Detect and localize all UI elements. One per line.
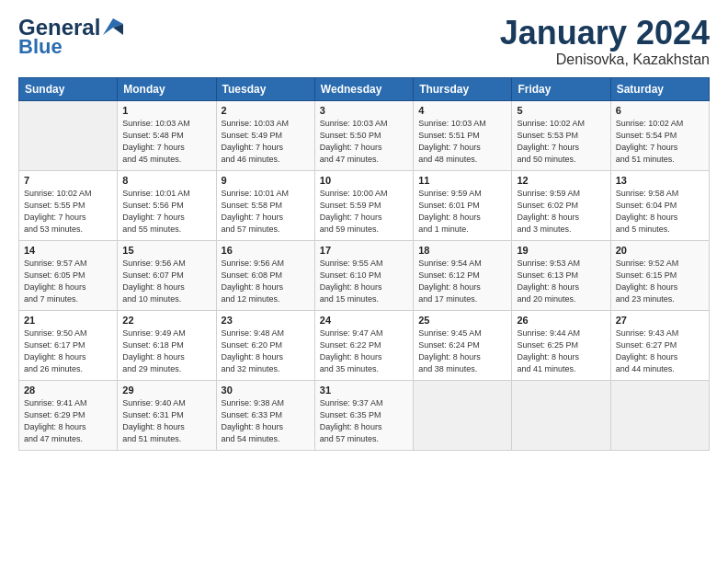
day-info: Sunrise: 10:03 AMSunset: 5:51 PMDaylight… bbox=[418, 118, 506, 166]
day-info: Sunrise: 10:02 AMSunset: 5:55 PMDaylight… bbox=[24, 188, 112, 236]
day-info: Sunrise: 9:44 AMSunset: 6:25 PMDaylight:… bbox=[517, 327, 605, 375]
day-info: Sunrise: 9:56 AMSunset: 6:07 PMDaylight:… bbox=[122, 258, 210, 305]
calendar-cell: 10Sunrise: 10:00 AMSunset: 5:59 PMDaylig… bbox=[314, 170, 413, 240]
day-info: Sunrise: 9:47 AMSunset: 6:22 PMDaylight:… bbox=[320, 327, 408, 375]
day-info: Sunrise: 9:49 AMSunset: 6:18 PMDaylight:… bbox=[122, 327, 210, 375]
calendar-cell: 24Sunrise: 9:47 AMSunset: 6:22 PMDayligh… bbox=[314, 310, 413, 380]
week-row-2: 7Sunrise: 10:02 AMSunset: 5:55 PMDayligh… bbox=[19, 170, 710, 240]
day-info: Sunrise: 10:00 AMSunset: 5:59 PMDaylight… bbox=[320, 188, 408, 236]
calendar-cell: 2Sunrise: 10:03 AMSunset: 5:49 PMDayligh… bbox=[216, 100, 314, 170]
calendar-cell: 4Sunrise: 10:03 AMSunset: 5:51 PMDayligh… bbox=[414, 100, 512, 170]
calendar-cell: 17Sunrise: 9:55 AMSunset: 6:10 PMDayligh… bbox=[314, 240, 413, 310]
day-number: 3 bbox=[320, 105, 408, 116]
logo: General Blue bbox=[18, 15, 123, 59]
day-number: 14 bbox=[24, 245, 112, 256]
calendar-cell: 12Sunrise: 9:59 AMSunset: 6:02 PMDayligh… bbox=[512, 170, 610, 240]
calendar-cell: 9Sunrise: 10:01 AMSunset: 5:58 PMDayligh… bbox=[216, 170, 314, 240]
day-number: 19 bbox=[517, 245, 605, 256]
day-number: 18 bbox=[418, 245, 506, 256]
calendar-cell: 19Sunrise: 9:53 AMSunset: 6:13 PMDayligh… bbox=[512, 240, 610, 310]
day-number: 6 bbox=[616, 105, 704, 116]
day-info: Sunrise: 9:58 AMSunset: 6:04 PMDaylight:… bbox=[616, 188, 704, 236]
day-number: 7 bbox=[24, 175, 112, 186]
calendar-cell: 14Sunrise: 9:57 AMSunset: 6:05 PMDayligh… bbox=[19, 240, 118, 310]
week-row-1: 1Sunrise: 10:03 AMSunset: 5:48 PMDayligh… bbox=[19, 100, 710, 170]
calendar-cell: 21Sunrise: 9:50 AMSunset: 6:17 PMDayligh… bbox=[19, 310, 118, 380]
calendar-cell: 15Sunrise: 9:56 AMSunset: 6:07 PMDayligh… bbox=[118, 240, 216, 310]
day-number: 23 bbox=[222, 315, 310, 326]
week-row-3: 14Sunrise: 9:57 AMSunset: 6:05 PMDayligh… bbox=[19, 240, 710, 310]
calendar-cell: 30Sunrise: 9:38 AMSunset: 6:33 PMDayligh… bbox=[216, 380, 314, 450]
calendar-cell: 16Sunrise: 9:56 AMSunset: 6:08 PMDayligh… bbox=[216, 240, 314, 310]
weekday-sunday: Sunday bbox=[19, 77, 118, 100]
day-number: 15 bbox=[122, 245, 210, 256]
day-number: 27 bbox=[616, 315, 704, 326]
day-info: Sunrise: 10:02 AMSunset: 5:54 PMDaylight… bbox=[616, 118, 704, 166]
day-info: Sunrise: 9:45 AMSunset: 6:24 PMDaylight:… bbox=[418, 327, 506, 375]
calendar-cell: 6Sunrise: 10:02 AMSunset: 5:54 PMDayligh… bbox=[610, 100, 709, 170]
calendar-cell: 31Sunrise: 9:37 AMSunset: 6:35 PMDayligh… bbox=[314, 380, 413, 450]
day-number: 20 bbox=[616, 245, 704, 256]
calendar-cell: 11Sunrise: 9:59 AMSunset: 6:01 PMDayligh… bbox=[414, 170, 512, 240]
day-number: 12 bbox=[517, 175, 605, 186]
logo-blue: Blue bbox=[18, 35, 63, 59]
day-number: 25 bbox=[418, 315, 506, 326]
day-number: 9 bbox=[222, 175, 310, 186]
day-info: Sunrise: 9:37 AMSunset: 6:35 PMDaylight:… bbox=[320, 397, 408, 445]
calendar-cell: 29Sunrise: 9:40 AMSunset: 6:31 PMDayligh… bbox=[118, 380, 216, 450]
calendar-cell: 7Sunrise: 10:02 AMSunset: 5:55 PMDayligh… bbox=[19, 170, 118, 240]
week-row-5: 28Sunrise: 9:41 AMSunset: 6:29 PMDayligh… bbox=[19, 380, 710, 450]
page: General Blue January 2024 Denisovka, Kaz… bbox=[0, 0, 728, 563]
location: Denisovka, Kazakhstan bbox=[500, 52, 710, 68]
weekday-header-row: SundayMondayTuesdayWednesdayThursdayFrid… bbox=[19, 77, 710, 100]
day-info: Sunrise: 9:43 AMSunset: 6:27 PMDaylight:… bbox=[616, 327, 704, 375]
calendar-cell: 5Sunrise: 10:02 AMSunset: 5:53 PMDayligh… bbox=[512, 100, 610, 170]
calendar-cell: 22Sunrise: 9:49 AMSunset: 6:18 PMDayligh… bbox=[118, 310, 216, 380]
calendar-cell: 18Sunrise: 9:54 AMSunset: 6:12 PMDayligh… bbox=[414, 240, 512, 310]
day-number: 22 bbox=[122, 315, 210, 326]
day-info: Sunrise: 9:54 AMSunset: 6:12 PMDaylight:… bbox=[418, 258, 506, 305]
day-number: 30 bbox=[222, 385, 310, 396]
calendar-cell: 3Sunrise: 10:03 AMSunset: 5:50 PMDayligh… bbox=[314, 100, 413, 170]
day-info: Sunrise: 9:53 AMSunset: 6:13 PMDaylight:… bbox=[517, 258, 605, 305]
calendar-cell bbox=[19, 100, 118, 170]
day-info: Sunrise: 10:03 AMSunset: 5:49 PMDaylight… bbox=[222, 118, 310, 166]
day-number: 1 bbox=[122, 105, 210, 116]
calendar-cell: 27Sunrise: 9:43 AMSunset: 6:27 PMDayligh… bbox=[610, 310, 709, 380]
month-title: January 2024 bbox=[500, 15, 710, 52]
logo-bird-icon bbox=[103, 18, 123, 35]
weekday-tuesday: Tuesday bbox=[216, 77, 314, 100]
weekday-wednesday: Wednesday bbox=[314, 77, 413, 100]
day-info: Sunrise: 10:02 AMSunset: 5:53 PMDaylight… bbox=[517, 118, 605, 166]
header: General Blue January 2024 Denisovka, Kaz… bbox=[18, 15, 710, 68]
day-number: 5 bbox=[517, 105, 605, 116]
day-number: 13 bbox=[616, 175, 704, 186]
day-info: Sunrise: 10:03 AMSunset: 5:50 PMDaylight… bbox=[320, 118, 408, 166]
day-info: Sunrise: 9:55 AMSunset: 6:10 PMDaylight:… bbox=[320, 258, 408, 305]
day-info: Sunrise: 9:38 AMSunset: 6:33 PMDaylight:… bbox=[222, 397, 310, 445]
calendar-cell: 1Sunrise: 10:03 AMSunset: 5:48 PMDayligh… bbox=[118, 100, 216, 170]
day-info: Sunrise: 10:03 AMSunset: 5:48 PMDaylight… bbox=[122, 118, 210, 166]
day-info: Sunrise: 9:57 AMSunset: 6:05 PMDaylight:… bbox=[24, 258, 112, 305]
day-number: 24 bbox=[320, 315, 408, 326]
calendar-table: SundayMondayTuesdayWednesdayThursdayFrid… bbox=[18, 77, 710, 451]
day-number: 4 bbox=[418, 105, 506, 116]
day-number: 8 bbox=[122, 175, 210, 186]
day-info: Sunrise: 9:59 AMSunset: 6:01 PMDaylight:… bbox=[418, 188, 506, 236]
day-info: Sunrise: 9:41 AMSunset: 6:29 PMDaylight:… bbox=[24, 397, 112, 445]
day-number: 21 bbox=[24, 315, 112, 326]
day-info: Sunrise: 9:56 AMSunset: 6:08 PMDaylight:… bbox=[222, 258, 310, 305]
day-info: Sunrise: 9:48 AMSunset: 6:20 PMDaylight:… bbox=[222, 327, 310, 375]
day-number: 31 bbox=[320, 385, 408, 396]
day-info: Sunrise: 9:52 AMSunset: 6:15 PMDaylight:… bbox=[616, 258, 704, 305]
weekday-monday: Monday bbox=[118, 77, 216, 100]
day-number: 2 bbox=[222, 105, 310, 116]
day-info: Sunrise: 10:01 AMSunset: 5:56 PMDaylight… bbox=[122, 188, 210, 236]
calendar-cell: 13Sunrise: 9:58 AMSunset: 6:04 PMDayligh… bbox=[610, 170, 709, 240]
day-number: 10 bbox=[320, 175, 408, 186]
day-number: 11 bbox=[418, 175, 506, 186]
weekday-friday: Friday bbox=[512, 77, 610, 100]
day-info: Sunrise: 10:01 AMSunset: 5:58 PMDaylight… bbox=[222, 188, 310, 236]
day-number: 16 bbox=[222, 245, 310, 256]
calendar-cell: 8Sunrise: 10:01 AMSunset: 5:56 PMDayligh… bbox=[118, 170, 216, 240]
